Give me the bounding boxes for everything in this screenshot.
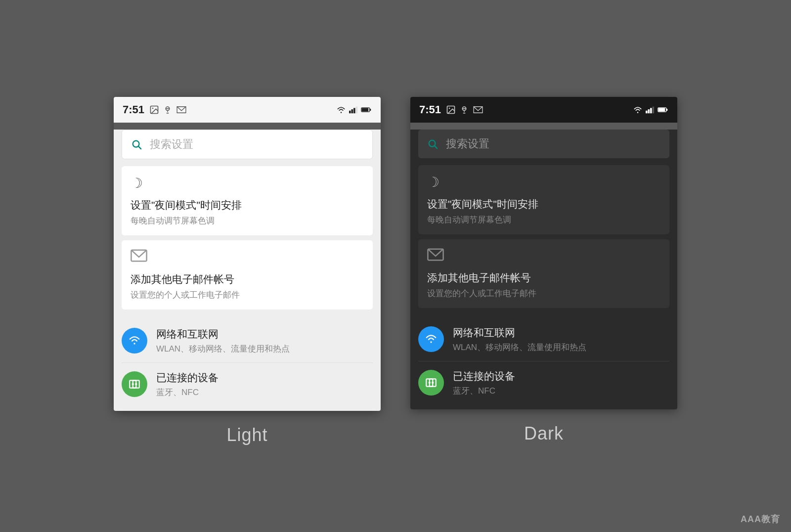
dark-night-subtitle: 每晚自动调节屏幕色调 [427,214,660,225]
search-icon-dark [427,138,438,149]
light-label: Light [226,425,267,445]
light-device-title: 已连接的设备 [156,371,219,385]
light-device-item[interactable]: 已连接的设备 蓝牙、NFC [122,362,373,406]
light-wifi-subtitle: WLAN、移动网络、流量使用和热点 [156,343,290,355]
dark-status-icons-right [633,106,668,114]
dark-phone: 7:51 [410,97,677,409]
signal-icon [349,106,358,114]
status-left: 7:51 [123,103,187,116]
wifi-circle-light [122,328,147,354]
dark-phone-body: 搜索设置 ☽ 设置"夜间模式"时间安排 每晚自动调节屏幕色调 [410,130,677,409]
svg-rect-5 [356,106,358,113]
svg-rect-20 [650,108,652,113]
svg-rect-21 [653,106,655,113]
dark-battery-icon [658,106,668,113]
image-icon [149,105,159,115]
moon-icon-dark: ☽ [427,174,660,190]
dark-bulb-icon [460,105,469,115]
light-phone-wrapper: 7:51 [114,97,381,445]
svg-point-31 [432,382,434,384]
light-wifi-item[interactable]: 网络和互联网 WLAN、移动网络、流量使用和热点 [122,319,373,362]
svg-rect-19 [648,109,650,113]
svg-line-26 [435,146,437,148]
gmail-icon-light [131,249,364,266]
dark-image-icon [446,105,456,115]
light-email-title: 添加其他电子邮件帐号 [131,272,364,286]
light-time: 7:51 [123,103,144,116]
svg-point-1 [152,107,154,109]
device-circle-light [122,371,147,397]
light-device-subtitle: 蓝牙、NFC [156,387,219,398]
gmail-icon-dark [427,248,660,263]
svg-rect-3 [352,109,353,113]
main-container: 7:51 [114,87,677,445]
dark-device-title: 已连接的设备 [453,369,515,383]
svg-rect-2 [349,110,351,113]
light-status-icons-right [336,106,372,114]
device-text-light: 已连接的设备 蓝牙、NFC [156,371,219,398]
wifi-status-icon [336,106,346,114]
light-phone-body: 搜索设置 ☽ 设置"夜间模式"时间安排 每晚自动调节屏幕色调 [114,130,381,411]
svg-rect-4 [353,108,355,113]
light-status-bar: 7:51 [114,97,381,123]
svg-point-17 [449,107,450,109]
dark-wifi-item[interactable]: 网络和互联网 WLAN、移动网络、流量使用和热点 [418,318,669,361]
light-card-email[interactable]: 添加其他电子邮件帐号 设置您的个人或工作电子邮件 [122,240,373,310]
dark-settings-list: 网络和互联网 WLAN、移动网络、流量使用和热点 [410,313,677,409]
dark-time: 7:51 [419,103,441,116]
battery-icon [361,106,372,113]
light-phone: 7:51 [114,97,381,411]
dark-wifi-subtitle: WLAN、移动网络、流量使用和热点 [453,342,586,353]
dark-status-icons-left [446,105,483,115]
dark-device-subtitle: 蓝牙、NFC [453,385,515,397]
svg-rect-8 [362,108,369,111]
email-item: 添加其他电子邮件帐号 设置您的个人或工作电子邮件 [131,249,364,301]
light-settings-list: 网络和互联网 WLAN、移动网络、流量使用和热点 [114,314,381,411]
device-circle-dark [418,370,444,396]
svg-point-15 [135,383,137,385]
wifi-text-dark: 网络和互联网 WLAN、移动网络、流量使用和热点 [453,326,586,353]
dark-email-title: 添加其他电子邮件帐号 [427,271,660,285]
dark-wifi-title: 网络和互联网 [453,326,586,340]
dark-device-item[interactable]: 已连接的设备 蓝牙、NFC [418,361,669,404]
light-status-icons-left [149,105,187,115]
svg-line-10 [138,146,141,149]
wifi-text-light: 网络和互联网 WLAN、移动网络、流量使用和热点 [156,327,290,355]
svg-point-14 [132,383,134,385]
gmail-icon-status [176,106,187,114]
light-email-subtitle: 设置您的个人或工作电子邮件 [131,289,364,301]
moon-icon-light: ☽ [131,175,364,191]
dark-label: Dark [524,423,564,444]
night-mode-item: ☽ 设置"夜间模式"时间安排 每晚自动调节屏幕色调 [131,175,364,226]
dark-card-email[interactable]: 添加其他电子邮件帐号 设置您的个人或工作电子邮件 [418,239,669,308]
watermark: AAA教育 [741,513,780,525]
dark-gmail-status-icon [473,106,483,114]
light-search-placeholder: 搜索设置 [150,137,193,152]
dark-email-item: 添加其他电子邮件帐号 设置您的个人或工作电子邮件 [427,248,660,299]
dark-search-placeholder: 搜索设置 [446,136,489,151]
search-icon-light [131,139,142,150]
dark-search-bar[interactable]: 搜索设置 [418,130,669,158]
dark-night-title: 设置"夜间模式"时间安排 [427,197,660,211]
dark-status-bar: 7:51 [410,97,677,123]
dark-status-left: 7:51 [419,103,483,116]
dark-phone-wrapper: 7:51 [410,97,677,444]
dark-signal-icon [646,106,655,114]
dark-card-night[interactable]: ☽ 设置"夜间模式"时间安排 每晚自动调节屏幕色调 [418,165,669,234]
light-night-subtitle: 每晚自动调节屏幕色调 [131,215,364,226]
dark-email-subtitle: 设置您的个人或工作电子邮件 [427,288,660,299]
svg-rect-23 [666,108,668,110]
bulb-icon [163,105,172,115]
dark-night-mode-item: ☽ 设置"夜间模式"时间安排 每晚自动调节屏幕色调 [427,174,660,225]
svg-rect-7 [370,108,371,110]
device-text-dark: 已连接的设备 蓝牙、NFC [453,369,515,397]
svg-rect-24 [659,108,665,111]
light-card-night[interactable]: ☽ 设置"夜间模式"时间安排 每晚自动调节屏幕色调 [122,166,373,235]
wifi-circle-dark [418,326,444,352]
dark-wifi-status-icon [633,106,643,114]
light-night-title: 设置"夜间模式"时间安排 [131,198,364,212]
light-search-bar[interactable]: 搜索设置 [122,130,373,159]
light-wifi-title: 网络和互联网 [156,327,290,341]
svg-rect-18 [646,110,648,113]
svg-point-30 [429,382,431,384]
